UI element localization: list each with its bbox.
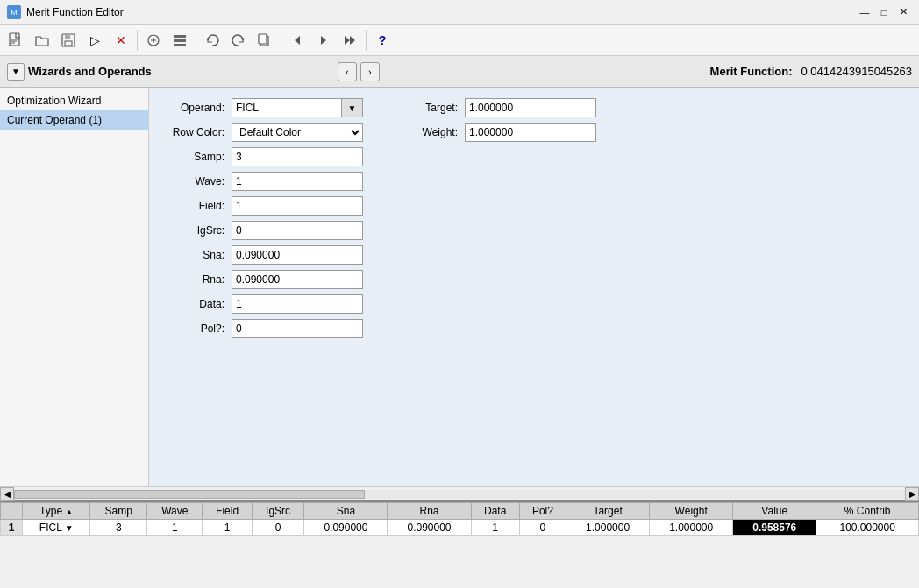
- pol-input[interactable]: [232, 319, 363, 338]
- cell-samp[interactable]: 3: [90, 520, 147, 536]
- operand-label: Operand:: [163, 102, 224, 114]
- cell-pol[interactable]: 0: [519, 520, 566, 536]
- undo-button[interactable]: [200, 28, 224, 53]
- panel-toggle-button[interactable]: ▼: [7, 63, 25, 81]
- operand-input[interactable]: [232, 98, 341, 117]
- wave-label: Wave:: [163, 175, 224, 188]
- sort-icon-type: ▲: [65, 507, 73, 516]
- svg-marker-13: [350, 36, 355, 45]
- cell-field[interactable]: 1: [203, 520, 252, 536]
- igsrc-row: IgSrc:: [163, 221, 363, 240]
- wave-row: Wave:: [163, 172, 363, 191]
- h-scrollbar[interactable]: ◀ ▶: [0, 486, 919, 500]
- scroll-right-button[interactable]: ▶: [905, 487, 919, 501]
- cell-wave[interactable]: 1: [147, 520, 203, 536]
- cell-contrib[interactable]: 100.000000: [816, 520, 919, 536]
- type-dropdown-arrow[interactable]: ▼: [65, 523, 74, 533]
- main-area: Optimization Wizard Current Operand (1) …: [0, 88, 919, 486]
- sna-row: Sna:: [163, 245, 363, 265]
- col-header-sna[interactable]: Sna: [304, 503, 388, 520]
- svg-marker-12: [345, 36, 350, 45]
- data-label: Data:: [163, 298, 224, 310]
- close-button[interactable]: ✕: [894, 4, 912, 21]
- col-header-weight[interactable]: Weight: [650, 503, 733, 520]
- data-table: Type ▲ Samp Wave Field IgSrc Sna Rna Dat…: [0, 502, 919, 536]
- cell-data[interactable]: 1: [471, 520, 519, 536]
- arrow-button[interactable]: ▷: [82, 28, 107, 53]
- col-header-pol[interactable]: Pol?: [519, 503, 566, 520]
- minimize-button[interactable]: —: [856, 4, 873, 21]
- merit-function-label: Merit Function:: [710, 65, 793, 78]
- weight-input[interactable]: [465, 123, 596, 142]
- cell-sna[interactable]: 0.090000: [304, 520, 388, 536]
- save-button[interactable]: [56, 28, 81, 53]
- col-header-rownum: [1, 503, 23, 520]
- operand-container: ▼: [232, 98, 363, 117]
- col-header-igsrc[interactable]: IgSrc: [252, 503, 304, 520]
- cell-weight[interactable]: 1.000000: [650, 520, 733, 536]
- sna-input[interactable]: [232, 245, 363, 265]
- new-button[interactable]: [4, 28, 28, 53]
- title-bar-controls: — □ ✕: [856, 4, 912, 21]
- next-button[interactable]: [311, 28, 336, 53]
- svg-rect-3: [65, 41, 72, 46]
- target-label: Target:: [396, 102, 458, 114]
- col-header-wave[interactable]: Wave: [147, 503, 203, 520]
- prev-button[interactable]: [285, 28, 310, 53]
- copy-button[interactable]: [253, 28, 277, 53]
- scroll-left-button[interactable]: ◀: [0, 487, 14, 501]
- restore-button[interactable]: □: [875, 4, 893, 21]
- igsrc-label: IgSrc:: [163, 224, 224, 237]
- wave-input[interactable]: [232, 172, 363, 191]
- rna-input[interactable]: [232, 270, 363, 289]
- scroll-thumb[interactable]: [14, 490, 365, 499]
- col-header-target[interactable]: Target: [566, 503, 650, 520]
- title-bar-text: Merit Function Editor: [26, 6, 851, 18]
- tool1-button[interactable]: [141, 28, 166, 53]
- svg-rect-2: [65, 34, 70, 39]
- merit-function-value: 0.0414243915045263: [801, 65, 912, 78]
- sidebar: Optimization Wizard Current Operand (1): [0, 88, 149, 486]
- rna-row: Rna:: [163, 270, 363, 289]
- col-header-samp[interactable]: Samp: [90, 503, 147, 520]
- operand-dropdown-arrow[interactable]: ▼: [341, 98, 363, 117]
- weight-label: Weight:: [396, 126, 458, 138]
- rna-label: Rna:: [163, 273, 224, 286]
- samp-input[interactable]: [232, 147, 363, 166]
- col-header-type[interactable]: Type ▲: [23, 503, 90, 520]
- row-color-select[interactable]: Default Color Red Green Blue Yellow: [232, 123, 363, 142]
- sidebar-item-optimization-wizard[interactable]: Optimization Wizard: [0, 91, 148, 110]
- field-label: Field:: [163, 200, 224, 212]
- sna-label: Sna:: [163, 249, 224, 261]
- col-header-data[interactable]: Data: [471, 503, 519, 520]
- cell-type[interactable]: FICL ▼: [23, 520, 90, 536]
- panel-title: Wizards and Operands: [28, 65, 334, 78]
- nav-prev-button[interactable]: ‹: [338, 62, 357, 81]
- igsrc-input[interactable]: [232, 221, 363, 240]
- sidebar-item-current-operand[interactable]: Current Operand (1): [0, 110, 148, 130]
- cell-value[interactable]: 0.958576: [733, 520, 816, 536]
- redo-button[interactable]: [226, 28, 251, 53]
- cell-igsrc[interactable]: 0: [252, 520, 304, 536]
- svg-rect-7: [174, 44, 186, 46]
- forward-button[interactable]: [338, 28, 362, 53]
- cell-target[interactable]: 1.000000: [566, 520, 650, 536]
- col-header-rna[interactable]: Rna: [388, 503, 471, 520]
- col-header-field[interactable]: Field: [203, 503, 252, 520]
- data-input[interactable]: [232, 294, 363, 314]
- nav-next-button[interactable]: ›: [360, 62, 380, 81]
- cell-rna[interactable]: 0.090000: [388, 520, 471, 536]
- tool2-button[interactable]: [167, 28, 192, 53]
- delete-button[interactable]: ✕: [109, 28, 133, 53]
- target-input[interactable]: [465, 98, 596, 117]
- data-row: Data:: [163, 294, 363, 314]
- col-header-contrib[interactable]: % Contrib: [816, 503, 919, 520]
- field-input[interactable]: [232, 196, 363, 216]
- table-row[interactable]: 1 FICL ▼ 3 1 1 0 0.090000 0.090000 1 0 1…: [1, 520, 919, 536]
- field-row: Field:: [163, 196, 363, 216]
- col-header-value[interactable]: Value: [733, 503, 816, 520]
- row-num: 1: [1, 520, 23, 536]
- svg-marker-11: [321, 36, 326, 45]
- open-button[interactable]: [30, 28, 54, 53]
- help-button[interactable]: ?: [370, 28, 395, 53]
